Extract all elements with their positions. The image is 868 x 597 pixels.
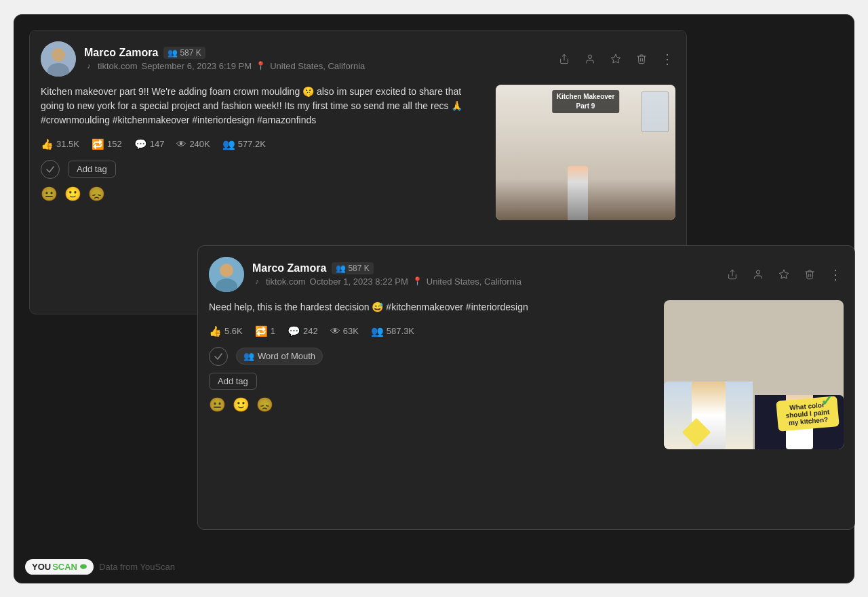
logo-scan: SCAN (52, 562, 77, 572)
logo-bubble-icon (80, 564, 87, 569)
followers-icon-2: 👥 (336, 264, 346, 273)
card-1-header: Marco Zamora 👥 587 K ♪ tiktok.com Septem… (41, 41, 675, 77)
followers-stat-icon-2: 👥 (371, 325, 384, 337)
card-2-emoji-row: 😐 🙂 😞 (209, 396, 653, 413)
card-1-location: United States, California (270, 61, 365, 71)
card-2-tag-actions: 👥 Word of Mouth (209, 347, 653, 366)
card-1-user-details: Marco Zamora 👥 587 K ♪ tiktok.com Septem… (84, 47, 365, 71)
card-1-date: September 6, 2023 6:19 PM (142, 61, 252, 71)
tiktok-icon-2: ♪ (252, 276, 262, 286)
card-1-user-info: Marco Zamora 👥 587 K ♪ tiktok.com Septem… (41, 41, 365, 77)
card-2-name-row: Marco Zamora 👥 587 K (252, 262, 521, 274)
card-2-views: 👁 63K (330, 325, 359, 337)
tag-people-icon: 👥 (243, 351, 254, 361)
view-icon-1: 👁 (176, 138, 186, 150)
card-2-username: Marco Zamora (252, 262, 326, 274)
comment-icon-1: 💬 (134, 138, 147, 150)
card-2-comments: 💬 242 (288, 325, 318, 337)
star-button-1[interactable] (608, 51, 624, 67)
emoji-positive-2[interactable]: 🙂 (233, 396, 250, 413)
card-2-media: What color should I paint my kitchen? ✓ (664, 300, 844, 449)
card-1-post-text: Kitchen makeover part 9!! We're adding f… (41, 85, 485, 127)
check-circle-1[interactable] (41, 160, 60, 179)
card-2-thumbnail: What color should I paint my kitchen? (664, 300, 844, 449)
youscan-logo: YOU SCAN (25, 559, 94, 575)
svg-marker-7 (779, 270, 788, 279)
card-2-followers-stat: 👥 587.3K (371, 325, 414, 337)
card-2-post-text: Need help, this is the hardest decision … (209, 300, 653, 314)
emoji-positive-1[interactable]: 🙂 (64, 186, 81, 202)
card-1-views: 👁 240K (176, 138, 210, 150)
avatar-1 (41, 41, 76, 77)
card-2-date: October 1, 2023 8:22 PM (310, 276, 408, 287)
card-1-body: Kitchen makeover part 9!! We're adding f… (41, 85, 675, 220)
emoji-sad-2[interactable]: 😞 (256, 396, 273, 413)
card-1-thumbnail: Kitchen MakeoverPart 9 (496, 85, 675, 220)
card-1-meta: ♪ tiktok.com September 6, 2023 6:19 PM 📍… (84, 61, 365, 71)
card-2-location: United States, California (427, 276, 521, 287)
add-tag-button-1[interactable]: Add tag (68, 161, 116, 178)
more-button-2[interactable]: ⋮ (827, 266, 844, 283)
card-1-followers-stat: 👥 577.2K (222, 138, 266, 150)
card-1-platform: tiktok.com (98, 61, 138, 71)
more-button-1[interactable]: ⋮ (659, 51, 675, 67)
footer-text: Data from YouScan (99, 562, 175, 572)
card-1-username: Marco Zamora (84, 47, 158, 59)
card-2-add-tag-row: Add tag (209, 373, 653, 390)
card-1-emoji-row: 😐 🙂 😞 (41, 186, 485, 202)
tag-label: Word of Mouth (258, 351, 315, 361)
pin-icon-2: 📍 (412, 276, 422, 286)
emoji-negative-1[interactable]: 😐 (41, 186, 58, 202)
card-1-stats: 👍 31.5K 🔁 152 💬 147 👁 240K (41, 138, 485, 150)
add-tag-button-2[interactable]: Add tag (209, 373, 257, 390)
repost-icon-2: 🔁 (255, 325, 268, 337)
card-2-actions: ⋮ (724, 266, 844, 283)
card-2-reposts: 🔁 1 (255, 325, 275, 337)
followers-icon: 👥 (167, 48, 178, 58)
emoji-negative-2[interactable]: 😐 (209, 396, 226, 413)
trash-button-2[interactable] (802, 266, 818, 283)
svg-point-1 (52, 48, 65, 62)
card-1-likes: 👍 31.5K (41, 138, 79, 150)
svg-marker-3 (611, 54, 620, 63)
card-1-followers-badge: 👥 587 K (163, 47, 205, 59)
word-of-mouth-tag: 👥 Word of Mouth (236, 348, 323, 365)
view-icon-2: 👁 (330, 325, 340, 337)
share-button-1[interactable] (556, 51, 572, 67)
card-2-likes: 👍 5.6K (209, 325, 243, 337)
card-2-text-section: Need help, this is the hardest decision … (209, 300, 653, 449)
card-2-stats: 👍 5.6K 🔁 1 💬 242 👁 63K (209, 325, 653, 337)
main-container: Marco Zamora 👥 587 K ♪ tiktok.com Septem… (14, 14, 854, 583)
avatar-2 (209, 257, 244, 292)
card-1-reposts: 🔁 152 (92, 138, 122, 150)
post-card-2: Marco Zamora 👥 587 K ♪ tiktok.com Octobe… (197, 245, 855, 530)
emoji-sad-1[interactable]: 😞 (88, 186, 105, 202)
share-button-2[interactable] (724, 266, 741, 283)
comment-icon-2: 💬 (288, 325, 300, 337)
logo-you: YOU (32, 562, 51, 572)
card-1-tag-actions: Add tag (41, 160, 485, 179)
svg-point-5 (220, 264, 233, 277)
repost-icon-1: 🔁 (92, 138, 104, 150)
pin-icon-1: 📍 (256, 61, 266, 70)
footer: YOU SCAN Data from YouScan (25, 559, 175, 575)
followers-stat-icon-1: 👥 (222, 138, 235, 150)
tiktok-icon-1: ♪ (84, 61, 94, 70)
like-icon-1: 👍 (41, 138, 54, 150)
card-2-header: Marco Zamora 👥 587 K ♪ tiktok.com Octobe… (209, 257, 844, 292)
green-checkmark: ✓ (821, 392, 833, 410)
card-1-actions: ⋮ (556, 51, 675, 67)
person-button-1[interactable] (582, 51, 598, 67)
card-2-platform: tiktok.com (266, 276, 306, 287)
card-1-name-row: Marco Zamora 👥 587 K (84, 47, 365, 59)
check-circle-2[interactable] (209, 347, 228, 366)
person-button-2[interactable] (750, 266, 766, 283)
trash-button-1[interactable] (633, 51, 650, 67)
like-icon-2: 👍 (209, 325, 222, 337)
card-2-followers-badge: 👥 587 K (332, 262, 373, 274)
star-button-2[interactable] (776, 266, 792, 283)
card-1-text-section: Kitchen makeover part 9!! We're adding f… (41, 85, 485, 220)
card-2-meta: ♪ tiktok.com October 1, 2023 8:22 PM 📍 U… (252, 276, 521, 287)
card-1-comments: 💬 147 (134, 138, 165, 150)
card-2-user-info: Marco Zamora 👥 587 K ♪ tiktok.com Octobe… (209, 257, 521, 292)
